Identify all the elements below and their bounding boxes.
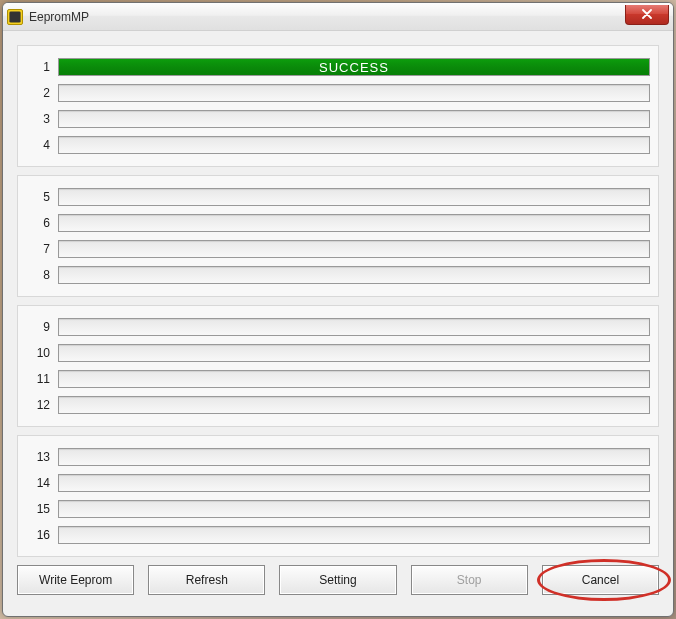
slot-row: 9 — [26, 316, 650, 338]
progress-bar — [58, 318, 650, 336]
slot-row: 14 — [26, 472, 650, 494]
slot-number: 10 — [26, 346, 50, 360]
slot-group: 13141516 — [17, 435, 659, 557]
button-row: Write Eeprom Refresh Setting Stop Cancel — [17, 565, 659, 595]
progress-bar — [58, 84, 650, 102]
titlebar[interactable]: EepromMP — [3, 3, 673, 31]
app-icon — [7, 9, 23, 25]
slot-number: 15 — [26, 502, 50, 516]
setting-button[interactable]: Setting — [279, 565, 396, 595]
progress-bar: SUCCESS — [58, 58, 650, 76]
slot-row: 5 — [26, 186, 650, 208]
stop-button[interactable]: Stop — [411, 565, 528, 595]
window-title: EepromMP — [29, 10, 89, 24]
slot-row: 2 — [26, 82, 650, 104]
progress-bar — [58, 136, 650, 154]
progress-fill: SUCCESS — [59, 59, 649, 75]
slot-number: 2 — [26, 86, 50, 100]
progress-bar — [58, 396, 650, 414]
slot-row: 3 — [26, 108, 650, 130]
slot-row: 13 — [26, 446, 650, 468]
slot-group: 5678 — [17, 175, 659, 297]
slot-number: 16 — [26, 528, 50, 542]
write-eeprom-button[interactable]: Write Eeprom — [17, 565, 134, 595]
progress-bar — [58, 344, 650, 362]
slot-number: 8 — [26, 268, 50, 282]
progress-bar — [58, 370, 650, 388]
slot-row: 8 — [26, 264, 650, 286]
close-button[interactable] — [625, 5, 669, 25]
slot-number: 1 — [26, 60, 50, 74]
slot-row: 4 — [26, 134, 650, 156]
slot-number: 7 — [26, 242, 50, 256]
slot-row: 1SUCCESS — [26, 56, 650, 78]
slot-row: 10 — [26, 342, 650, 364]
progress-bar — [58, 474, 650, 492]
slot-number: 12 — [26, 398, 50, 412]
slot-number: 3 — [26, 112, 50, 126]
slot-group: 1SUCCESS234 — [17, 45, 659, 167]
cancel-button[interactable]: Cancel — [542, 565, 659, 595]
progress-bar — [58, 214, 650, 232]
slot-number: 11 — [26, 372, 50, 386]
progress-bar — [58, 266, 650, 284]
slot-row: 7 — [26, 238, 650, 260]
progress-bar — [58, 526, 650, 544]
slot-number: 13 — [26, 450, 50, 464]
slot-group: 9101112 — [17, 305, 659, 427]
slot-number: 5 — [26, 190, 50, 204]
slot-number: 6 — [26, 216, 50, 230]
slot-row: 6 — [26, 212, 650, 234]
close-icon — [642, 8, 652, 22]
progress-bar — [58, 500, 650, 518]
slot-row: 16 — [26, 524, 650, 546]
refresh-button[interactable]: Refresh — [148, 565, 265, 595]
content-area: 1SUCCESS2345678910111213141516 Write Eep… — [3, 31, 673, 609]
progress-bar — [58, 110, 650, 128]
slot-number: 9 — [26, 320, 50, 334]
slot-row: 12 — [26, 394, 650, 416]
slot-number: 4 — [26, 138, 50, 152]
svg-rect-0 — [9, 11, 20, 22]
slot-number: 14 — [26, 476, 50, 490]
app-window: EepromMP 1SUCCESS2345678910111213141516 … — [2, 2, 674, 617]
slot-row: 11 — [26, 368, 650, 390]
progress-bar — [58, 448, 650, 466]
slot-row: 15 — [26, 498, 650, 520]
progress-bar — [58, 188, 650, 206]
progress-bar — [58, 240, 650, 258]
